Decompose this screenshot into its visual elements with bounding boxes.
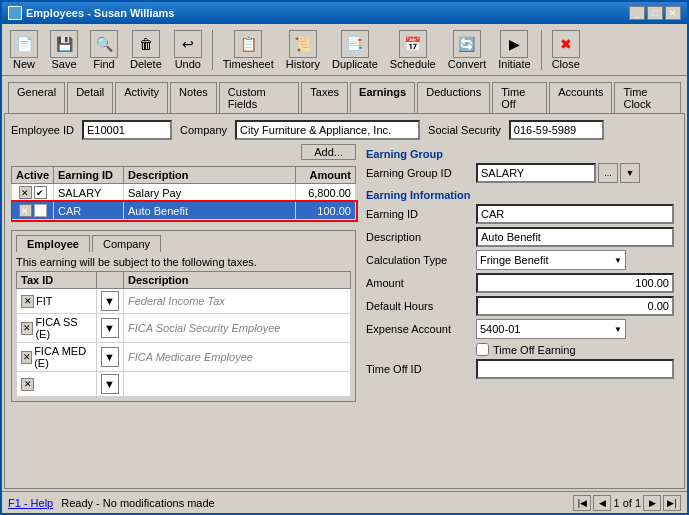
first-page-button[interactable]: |◀: [573, 495, 591, 511]
last-page-button[interactable]: ▶|: [663, 495, 681, 511]
tab-earnings[interactable]: Earnings: [350, 82, 415, 113]
window-title: Employees - Susan Williams: [26, 7, 174, 19]
app-icon: [8, 6, 22, 20]
default-hours-label: Default Hours: [366, 300, 476, 312]
tax4-x[interactable]: ✕: [21, 378, 34, 391]
status-bar: F1 - Help Ready - No modifications made …: [2, 491, 687, 513]
tab-deductions[interactable]: Deductions: [417, 82, 490, 113]
tab-activity[interactable]: Activity: [115, 82, 168, 113]
toolbar: 📄 New 💾 Save 🔍 Find 🗑 Delete ↩ Undo 📋 Ti…: [2, 24, 687, 76]
time-off-earning-row: Time Off Earning: [366, 343, 674, 356]
table-row[interactable]: ✕ ✔ SALARY Salary Pay 6,800.00: [12, 184, 356, 202]
row2-x-checkbox[interactable]: ✕: [19, 204, 32, 217]
add-button[interactable]: Add...: [301, 144, 356, 160]
earning-group-dropdown-button[interactable]: ▼: [620, 163, 640, 183]
initiate-icon: ▶: [500, 30, 528, 58]
tax2-dropdown[interactable]: ▼: [101, 318, 119, 338]
new-button[interactable]: 📄 New: [6, 28, 42, 72]
row2-active-checkbox[interactable]: ✔: [34, 204, 47, 217]
tax4-description: [124, 372, 351, 397]
company-input[interactable]: [235, 120, 420, 140]
find-button[interactable]: 🔍 Find: [86, 28, 122, 72]
undo-icon: ↩: [174, 30, 202, 58]
default-hours-input[interactable]: [476, 296, 674, 316]
duplicate-icon: 📑: [341, 30, 369, 58]
bottom-tab-employee[interactable]: Employee: [16, 235, 90, 252]
expense-account-label: Expense Account: [366, 323, 476, 335]
new-label: New: [13, 58, 35, 70]
time-off-earning-checkbox[interactable]: [476, 343, 489, 356]
history-icon: 📜: [289, 30, 317, 58]
earning-id-input[interactable]: [476, 204, 674, 224]
earnings-table: Active Earning ID Description Amount ✕: [11, 166, 356, 220]
col-amount: Amount: [296, 167, 356, 184]
tab-taxes[interactable]: Taxes: [301, 82, 348, 113]
tax1-dropdown[interactable]: ▼: [101, 291, 119, 311]
tab-time-off[interactable]: Time Off: [492, 82, 547, 113]
history-button[interactable]: 📜 History: [282, 28, 324, 72]
earning-group-browse-button[interactable]: ...: [598, 163, 618, 183]
tab-time-clock[interactable]: Time Clock: [614, 82, 681, 113]
delete-button[interactable]: 🗑 Delete: [126, 28, 166, 72]
calc-type-dropdown[interactable]: Fringe Benefit ▼: [476, 250, 626, 270]
social-security-input[interactable]: [509, 120, 604, 140]
minimize-button[interactable]: _: [629, 6, 645, 20]
earning-group-id-input[interactable]: [476, 163, 596, 183]
save-button[interactable]: 💾 Save: [46, 28, 82, 72]
main-window: Employees - Susan Williams _ □ ✕ 📄 New 💾…: [0, 0, 689, 515]
timesheet-button[interactable]: 📋 Timesheet: [219, 28, 278, 72]
next-page-button[interactable]: ▶: [643, 495, 661, 511]
tab-accounts[interactable]: Accounts: [549, 82, 612, 113]
tax1-x[interactable]: ✕: [21, 295, 34, 308]
tab-notes[interactable]: Notes: [170, 82, 217, 113]
tax3-dropdown[interactable]: ▼: [101, 347, 119, 367]
row1-active-checkbox[interactable]: ✔: [34, 186, 47, 199]
employee-id-input[interactable]: [82, 120, 172, 140]
row1-x-checkbox[interactable]: ✕: [19, 186, 32, 199]
expense-account-row: Expense Account 5400-01 ▼: [366, 319, 674, 339]
earning-group-title: Earning Group: [366, 148, 674, 160]
tax-row: ✕FICA MED (E) ▼ FICA Medicare Employee: [17, 343, 351, 372]
tax2-x[interactable]: ✕: [21, 322, 33, 335]
tax4-dropdown[interactable]: ▼: [101, 374, 119, 394]
tab-custom-fields[interactable]: Custom Fields: [219, 82, 300, 113]
history-label: History: [286, 58, 320, 70]
undo-button[interactable]: ↩ Undo: [170, 28, 206, 72]
tax3-description: FICA Medicare Employee: [124, 343, 351, 372]
row1-earning-id: SALARY: [54, 184, 124, 202]
close-tool-label: Close: [552, 58, 580, 70]
undo-label: Undo: [175, 58, 201, 70]
duplicate-button[interactable]: 📑 Duplicate: [328, 28, 382, 72]
convert-button[interactable]: 🔄 Convert: [444, 28, 491, 72]
initiate-button[interactable]: ▶ Initiate: [494, 28, 534, 72]
help-link[interactable]: F1 - Help: [8, 497, 53, 509]
tab-general[interactable]: General: [8, 82, 65, 113]
amount-row: Amount: [366, 273, 674, 293]
time-off-id-input[interactable]: [476, 359, 674, 379]
bottom-tab-company[interactable]: Company: [92, 235, 161, 252]
timesheet-icon: 📋: [234, 30, 262, 58]
save-icon: 💾: [50, 30, 78, 58]
description-row: Description: [366, 227, 674, 247]
tax2-description: FICA Social Security Employee: [124, 314, 351, 343]
delete-icon: 🗑: [132, 30, 160, 58]
col-description: Description: [124, 167, 296, 184]
time-off-id-label: Time Off ID: [366, 363, 476, 375]
close-button[interactable]: ✕: [665, 6, 681, 20]
schedule-button[interactable]: 📅 Schedule: [386, 28, 440, 72]
right-pane: Earning Group Earning Group ID ... ▼ Ear…: [362, 144, 678, 402]
employee-id-label: Employee ID: [11, 124, 74, 136]
earning-group-row: Earning Group ID ... ▼: [366, 163, 674, 183]
timesheet-label: Timesheet: [223, 58, 274, 70]
amount-input[interactable]: [476, 273, 674, 293]
description-input[interactable]: [476, 227, 674, 247]
tax-col-dd: [97, 272, 124, 289]
tax3-x[interactable]: ✕: [21, 351, 32, 364]
close-tool-button[interactable]: ✖ Close: [548, 28, 584, 72]
maximize-button[interactable]: □: [647, 6, 663, 20]
bottom-tabs: Employee Company: [16, 235, 351, 252]
expense-account-dropdown[interactable]: 5400-01 ▼: [476, 319, 626, 339]
tab-detail[interactable]: Detail: [67, 82, 113, 113]
table-row[interactable]: ✕ ✔ CAR Auto Benefit 100.00: [12, 202, 356, 220]
prev-page-button[interactable]: ◀: [593, 495, 611, 511]
